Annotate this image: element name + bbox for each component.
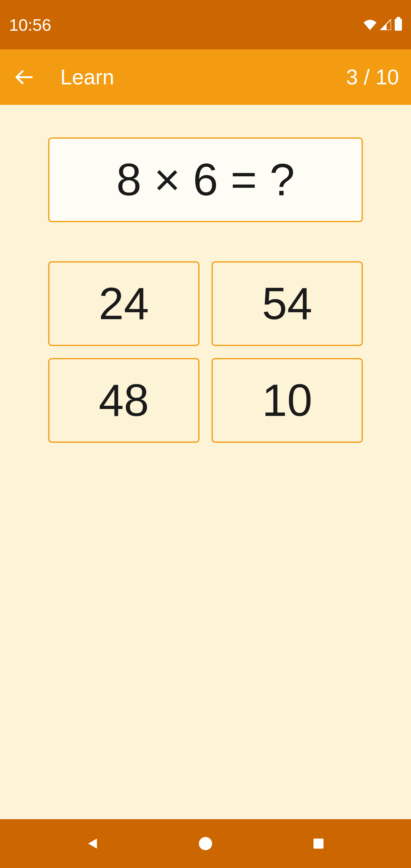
- answer-option-1[interactable]: 24: [48, 261, 199, 346]
- page-title: Learn: [60, 65, 346, 89]
- progress-counter: 3 / 10: [346, 65, 399, 89]
- status-bar: 10:56: [0, 0, 411, 50]
- nav-recent-button[interactable]: [307, 832, 330, 856]
- back-button[interactable]: [12, 65, 36, 89]
- circle-icon: [198, 836, 213, 851]
- answer-option-4[interactable]: 10: [212, 358, 363, 443]
- triangle-left-icon: [86, 837, 99, 850]
- svg-point-1: [199, 837, 212, 850]
- app-bar: Learn 3 / 10: [0, 50, 411, 105]
- navigation-bar: [0, 819, 411, 868]
- answer-option-3[interactable]: 48: [48, 358, 199, 443]
- answers-grid: 24 54 48 10: [48, 261, 363, 443]
- question-box: 8 × 6 = ?: [48, 137, 363, 222]
- nav-back-button[interactable]: [81, 832, 104, 856]
- nav-home-button[interactable]: [193, 832, 218, 856]
- signal-icon: [380, 19, 391, 30]
- svg-rect-2: [313, 838, 323, 848]
- wifi-icon: [363, 19, 377, 30]
- status-time: 10:56: [9, 15, 51, 35]
- square-icon: [313, 838, 324, 849]
- battery-icon: [395, 19, 402, 31]
- answer-option-2[interactable]: 54: [212, 261, 363, 346]
- status-icons: [363, 19, 402, 31]
- main-content: 8 × 6 = ? 24 54 48 10: [0, 105, 411, 819]
- arrow-left-icon: [15, 68, 33, 86]
